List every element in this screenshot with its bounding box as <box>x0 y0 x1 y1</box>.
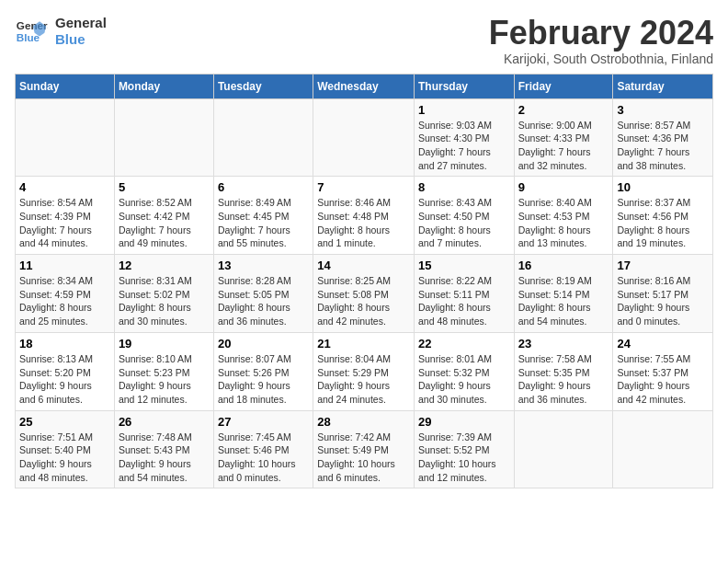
header-day-thursday: Thursday <box>414 74 514 98</box>
week-row-4: 18Sunrise: 8:13 AM Sunset: 5:20 PM Dayli… <box>16 332 713 410</box>
header-day-tuesday: Tuesday <box>213 74 313 98</box>
day-info: Sunrise: 8:49 AM Sunset: 4:45 PM Dayligh… <box>218 196 309 250</box>
day-info: Sunrise: 8:31 AM Sunset: 5:02 PM Dayligh… <box>119 274 210 328</box>
calendar-cell: 14Sunrise: 8:25 AM Sunset: 5:08 PM Dayli… <box>313 255 415 333</box>
calendar-cell <box>514 410 613 488</box>
calendar-cell: 7Sunrise: 8:46 AM Sunset: 4:48 PM Daylig… <box>313 177 415 255</box>
week-row-3: 11Sunrise: 8:34 AM Sunset: 4:59 PM Dayli… <box>16 255 713 333</box>
calendar-cell: 13Sunrise: 8:28 AM Sunset: 5:05 PM Dayli… <box>213 255 313 333</box>
calendar-cell: 3Sunrise: 8:57 AM Sunset: 4:36 PM Daylig… <box>613 98 713 177</box>
day-number: 19 <box>119 337 210 350</box>
day-info: Sunrise: 7:58 AM Sunset: 5:35 PM Dayligh… <box>518 352 609 407</box>
calendar-cell: 24Sunrise: 7:55 AM Sunset: 5:37 PM Dayli… <box>613 332 713 410</box>
calendar-cell: 27Sunrise: 7:45 AM Sunset: 5:46 PM Dayli… <box>213 410 313 488</box>
day-info: Sunrise: 8:07 AM Sunset: 5:26 PM Dayligh… <box>218 352 309 407</box>
logo-text-general: General <box>55 15 107 31</box>
calendar-cell: 17Sunrise: 8:16 AM Sunset: 5:17 PM Dayli… <box>613 255 713 333</box>
calendar-cell <box>213 98 313 177</box>
logo-text-blue: Blue <box>55 31 107 48</box>
calendar-cell <box>313 98 415 177</box>
day-info: Sunrise: 8:22 AM Sunset: 5:11 PM Dayligh… <box>418 274 510 328</box>
day-number: 15 <box>418 259 510 272</box>
day-number: 11 <box>19 259 110 272</box>
day-number: 21 <box>317 337 410 350</box>
day-number: 9 <box>518 180 609 194</box>
day-number: 2 <box>518 103 609 117</box>
day-info: Sunrise: 8:57 AM Sunset: 4:36 PM Dayligh… <box>617 119 709 173</box>
header-day-wednesday: Wednesday <box>313 74 415 98</box>
calendar-cell: 2Sunrise: 9:00 AM Sunset: 4:33 PM Daylig… <box>514 98 613 177</box>
day-number: 17 <box>617 259 709 272</box>
day-info: Sunrise: 9:03 AM Sunset: 4:30 PM Dayligh… <box>418 119 510 173</box>
week-row-1: 1Sunrise: 9:03 AM Sunset: 4:30 PM Daylig… <box>16 98 713 177</box>
day-number: 23 <box>518 337 609 350</box>
day-number: 5 <box>119 180 210 194</box>
calendar-cell: 15Sunrise: 8:22 AM Sunset: 5:11 PM Dayli… <box>414 255 514 333</box>
day-info: Sunrise: 9:00 AM Sunset: 4:33 PM Dayligh… <box>518 119 609 173</box>
day-number: 1 <box>418 103 510 117</box>
day-info: Sunrise: 8:10 AM Sunset: 5:23 PM Dayligh… <box>119 352 210 407</box>
day-number: 27 <box>218 415 309 429</box>
day-number: 6 <box>218 180 309 194</box>
calendar-cell: 9Sunrise: 8:40 AM Sunset: 4:53 PM Daylig… <box>514 177 613 255</box>
title-section: February 2024 Karijoki, South Ostrobothn… <box>489 15 713 66</box>
day-number: 16 <box>518 259 609 272</box>
day-info: Sunrise: 8:13 AM Sunset: 5:20 PM Dayligh… <box>19 352 110 407</box>
calendar-header: SundayMondayTuesdayWednesdayThursdayFrid… <box>16 74 713 98</box>
day-number: 22 <box>418 337 510 350</box>
calendar-cell: 29Sunrise: 7:39 AM Sunset: 5:52 PM Dayli… <box>414 410 514 488</box>
calendar-cell: 25Sunrise: 7:51 AM Sunset: 5:40 PM Dayli… <box>16 410 115 488</box>
page-title: February 2024 <box>489 15 713 52</box>
day-info: Sunrise: 7:45 AM Sunset: 5:46 PM Dayligh… <box>218 431 309 485</box>
day-info: Sunrise: 8:54 AM Sunset: 4:39 PM Dayligh… <box>19 196 110 250</box>
calendar-cell: 21Sunrise: 8:04 AM Sunset: 5:29 PM Dayli… <box>313 332 415 410</box>
day-info: Sunrise: 8:43 AM Sunset: 4:50 PM Dayligh… <box>418 196 510 250</box>
day-number: 26 <box>119 415 210 429</box>
day-info: Sunrise: 8:37 AM Sunset: 4:56 PM Dayligh… <box>617 196 709 250</box>
header-day-friday: Friday <box>514 74 613 98</box>
day-info: Sunrise: 8:25 AM Sunset: 5:08 PM Dayligh… <box>317 274 410 328</box>
calendar-table: SundayMondayTuesdayWednesdayThursdayFrid… <box>15 74 713 489</box>
day-number: 10 <box>617 180 709 194</box>
calendar-cell: 26Sunrise: 7:48 AM Sunset: 5:43 PM Dayli… <box>114 410 213 488</box>
calendar-cell: 22Sunrise: 8:01 AM Sunset: 5:32 PM Dayli… <box>414 332 514 410</box>
day-info: Sunrise: 8:16 AM Sunset: 5:17 PM Dayligh… <box>617 274 709 328</box>
day-number: 20 <box>218 337 309 350</box>
calendar-body: 1Sunrise: 9:03 AM Sunset: 4:30 PM Daylig… <box>16 98 713 488</box>
calendar-cell: 11Sunrise: 8:34 AM Sunset: 4:59 PM Dayli… <box>16 255 115 333</box>
day-number: 14 <box>317 259 410 272</box>
calendar-cell: 18Sunrise: 8:13 AM Sunset: 5:20 PM Dayli… <box>16 332 115 410</box>
day-number: 25 <box>19 415 110 429</box>
calendar-cell <box>114 98 213 177</box>
calendar-cell: 4Sunrise: 8:54 AM Sunset: 4:39 PM Daylig… <box>16 177 115 255</box>
calendar-cell: 19Sunrise: 8:10 AM Sunset: 5:23 PM Dayli… <box>114 332 213 410</box>
header-day-monday: Monday <box>114 74 213 98</box>
day-number: 3 <box>617 103 709 117</box>
day-number: 8 <box>418 180 510 194</box>
day-number: 29 <box>418 415 510 429</box>
logo-icon: General Blue <box>15 15 48 48</box>
day-number: 28 <box>317 415 410 429</box>
calendar-cell: 6Sunrise: 8:49 AM Sunset: 4:45 PM Daylig… <box>213 177 313 255</box>
header-day-saturday: Saturday <box>613 74 713 98</box>
day-info: Sunrise: 8:40 AM Sunset: 4:53 PM Dayligh… <box>518 196 609 250</box>
day-info: Sunrise: 8:01 AM Sunset: 5:32 PM Dayligh… <box>418 352 510 407</box>
day-number: 4 <box>19 180 110 194</box>
day-info: Sunrise: 8:04 AM Sunset: 5:29 PM Dayligh… <box>317 352 410 407</box>
calendar-cell: 12Sunrise: 8:31 AM Sunset: 5:02 PM Dayli… <box>114 255 213 333</box>
calendar-cell: 8Sunrise: 8:43 AM Sunset: 4:50 PM Daylig… <box>414 177 514 255</box>
day-info: Sunrise: 7:39 AM Sunset: 5:52 PM Dayligh… <box>418 431 510 485</box>
calendar-cell: 1Sunrise: 9:03 AM Sunset: 4:30 PM Daylig… <box>414 98 514 177</box>
day-number: 18 <box>19 337 110 350</box>
page-subtitle: Karijoki, South Ostrobothnia, Finland <box>489 52 713 66</box>
day-info: Sunrise: 7:51 AM Sunset: 5:40 PM Dayligh… <box>19 431 110 485</box>
calendar-cell: 20Sunrise: 8:07 AM Sunset: 5:26 PM Dayli… <box>213 332 313 410</box>
day-info: Sunrise: 8:52 AM Sunset: 4:42 PM Dayligh… <box>119 196 210 250</box>
day-info: Sunrise: 8:34 AM Sunset: 4:59 PM Dayligh… <box>19 274 110 328</box>
day-info: Sunrise: 8:28 AM Sunset: 5:05 PM Dayligh… <box>218 274 309 328</box>
week-row-5: 25Sunrise: 7:51 AM Sunset: 5:40 PM Dayli… <box>16 410 713 488</box>
header-day-sunday: Sunday <box>16 74 115 98</box>
calendar-cell <box>16 98 115 177</box>
calendar-cell: 28Sunrise: 7:42 AM Sunset: 5:49 PM Dayli… <box>313 410 415 488</box>
header-row: SundayMondayTuesdayWednesdayThursdayFrid… <box>16 74 713 98</box>
